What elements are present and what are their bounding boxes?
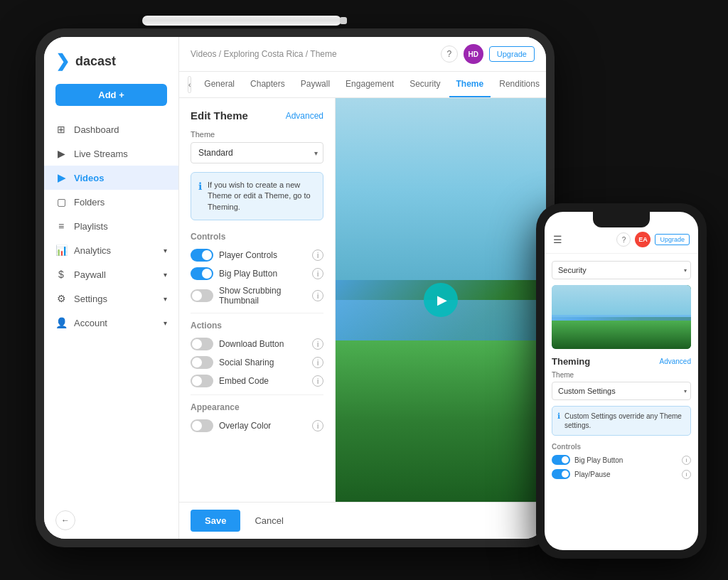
stylus-pencil xyxy=(142,16,341,26)
phone-toggle-big-play: Big Play Button i xyxy=(552,455,691,465)
phone-info-text: Custom Settings override any Theme setti… xyxy=(564,412,685,430)
appearance-section-title: Appearance xyxy=(191,402,323,412)
download-info-btn[interactable]: i xyxy=(312,338,323,350)
embed-toggle[interactable] xyxy=(191,375,213,387)
sidebar-item-playlists[interactable]: ≡ Playlists xyxy=(44,214,178,238)
tab-chapters[interactable]: Chapters xyxy=(243,72,292,97)
tablet-device: ❯ dacast Add + ⊞ Dashboard ▶ Live Stream… xyxy=(36,28,555,547)
tab-engagement[interactable]: Engagement xyxy=(338,72,401,97)
tablet-screen: ❯ dacast Add + ⊞ Dashboard ▶ Live Stream… xyxy=(44,37,546,539)
sidebar-item-folders[interactable]: ▢ Folders xyxy=(44,190,178,214)
phone-big-play-toggle[interactable] xyxy=(552,455,570,465)
phone-controls-title: Controls xyxy=(552,443,691,451)
sidebar-item-label: Videos xyxy=(74,173,104,183)
sidebar-item-label: Paywall xyxy=(74,269,106,280)
divider-1 xyxy=(191,313,323,313)
toggle-social: Social Sharing i xyxy=(191,356,323,369)
tab-renditions[interactable]: Renditions xyxy=(492,72,546,97)
info-box-text: If you wish to create a new Theme or edi… xyxy=(208,180,316,213)
live-streams-icon: ▶ xyxy=(55,148,67,159)
chevron-down-icon: ▾ xyxy=(164,271,167,279)
scrubbing-toggle[interactable] xyxy=(191,289,213,302)
sidebar-back-button[interactable]: ← xyxy=(55,510,75,530)
phone-menu-icon[interactable]: ☰ xyxy=(553,234,562,245)
toggle-embed: Embed Code i xyxy=(191,375,323,387)
phone-theme-select[interactable]: Custom Settings xyxy=(552,382,691,400)
chevron-down-icon: ▾ xyxy=(164,319,167,327)
sidebar-item-paywall[interactable]: $ Paywall ▾ xyxy=(44,262,178,286)
info-icon: ℹ xyxy=(198,181,202,213)
phone-upgrade-button[interactable]: Upgrade xyxy=(655,234,690,245)
theme-field-label: Theme xyxy=(191,130,323,139)
phone-play-pause-toggle[interactable] xyxy=(552,469,570,479)
settings-icon: ⚙ xyxy=(55,293,67,304)
theme-select[interactable]: Standard xyxy=(191,142,323,163)
phone-info-icon: ℹ xyxy=(557,412,560,430)
advanced-link[interactable]: Advanced xyxy=(286,111,323,121)
phone-device: ☰ ? EA Upgrade Security ▾ xyxy=(536,203,707,559)
toggle-download: Download Button i xyxy=(191,338,323,350)
tab-back-button[interactable]: ‹ xyxy=(188,76,191,93)
video-land xyxy=(336,340,546,502)
player-controls-toggle[interactable] xyxy=(191,249,213,262)
playlists-icon: ≡ xyxy=(55,220,67,232)
video-thumbnail: ▶ xyxy=(336,98,546,502)
player-controls-label: Player Controls xyxy=(219,250,306,260)
social-info-btn[interactable]: i xyxy=(312,357,323,368)
sidebar-item-label: Live Streams xyxy=(74,149,128,159)
add-button[interactable]: Add + xyxy=(55,84,167,106)
tabs-bar: ‹ General Chapters Paywall Engagement xyxy=(179,72,546,98)
sidebar-item-label: Analytics xyxy=(74,245,111,256)
phone-theming-title: Theming xyxy=(552,356,590,367)
save-button[interactable]: Save xyxy=(191,510,240,532)
overlay-label: Overlay Color xyxy=(219,421,306,431)
big-play-toggle[interactable] xyxy=(191,267,213,280)
sidebar-item-videos[interactable]: ▶ Videos xyxy=(44,166,178,190)
phone-theme-label: Theme xyxy=(552,371,691,379)
player-controls-info-btn[interactable]: i xyxy=(312,249,323,261)
scene: ❯ dacast Add + ⊞ Dashboard ▶ Live Stream… xyxy=(0,0,728,580)
overlay-toggle[interactable] xyxy=(191,419,213,432)
phone-play-pause-info-btn[interactable]: i xyxy=(682,470,691,479)
phone-big-play-info-btn[interactable]: i xyxy=(682,456,691,465)
download-toggle[interactable] xyxy=(191,338,213,350)
overlay-info-btn[interactable]: i xyxy=(312,420,323,431)
save-bar: Save Cancel xyxy=(179,502,546,539)
sidebar-item-settings[interactable]: ⚙ Settings ▾ xyxy=(44,286,178,311)
videos-icon: ▶ xyxy=(55,172,67,183)
sidebar-item-dashboard[interactable]: ⊞ Dashboard xyxy=(44,117,178,141)
phone-advanced-link[interactable]: Advanced xyxy=(660,358,691,365)
sidebar-item-account[interactable]: 👤 Account ▾ xyxy=(44,311,178,335)
toggle-big-play: Big Play Button i xyxy=(191,267,323,280)
video-play-button[interactable]: ▶ xyxy=(424,283,458,317)
embed-info-btn[interactable]: i xyxy=(312,375,323,387)
sidebar-item-analytics[interactable]: 📊 Analytics ▾ xyxy=(44,238,178,262)
phone-big-play-label: Big Play Button xyxy=(574,456,678,464)
phone-security-select[interactable]: Security xyxy=(552,261,691,279)
cancel-button[interactable]: Cancel xyxy=(246,510,291,532)
logo-area: ❯ dacast xyxy=(44,37,178,78)
phone-select-arrow-icon: ▾ xyxy=(684,267,687,274)
tab-security[interactable]: Security xyxy=(402,72,447,97)
sidebar-item-livestreams[interactable]: ▶ Live Streams xyxy=(44,141,178,166)
phone-theme-arrow-icon: ▾ xyxy=(684,388,687,394)
dacast-logo-text: dacast xyxy=(75,54,116,69)
phone-screen: ☰ ? EA Upgrade Security ▾ xyxy=(545,212,698,550)
phone-header-actions: ? EA Upgrade xyxy=(616,232,690,247)
video-sky xyxy=(336,98,546,280)
chevron-down-icon: ▾ xyxy=(164,295,167,303)
tab-theme[interactable]: Theme xyxy=(449,72,491,97)
upgrade-button[interactable]: Upgrade xyxy=(489,46,535,62)
download-label: Download Button xyxy=(219,339,306,349)
big-play-info-btn[interactable]: i xyxy=(312,268,323,279)
social-toggle[interactable] xyxy=(191,356,213,369)
tab-paywall[interactable]: Paywall xyxy=(294,72,337,97)
phone-help-button[interactable]: ? xyxy=(616,232,631,247)
help-button[interactable]: ? xyxy=(441,45,458,63)
toggle-overlay: Overlay Color i xyxy=(191,419,323,432)
tab-general[interactable]: General xyxy=(197,72,242,97)
divider-2 xyxy=(191,394,323,395)
content-area: Edit Theme Advanced Theme Standard ▾ xyxy=(179,98,546,502)
scrubbing-info-btn[interactable]: i xyxy=(312,290,323,301)
actions-section-title: Actions xyxy=(191,321,323,331)
